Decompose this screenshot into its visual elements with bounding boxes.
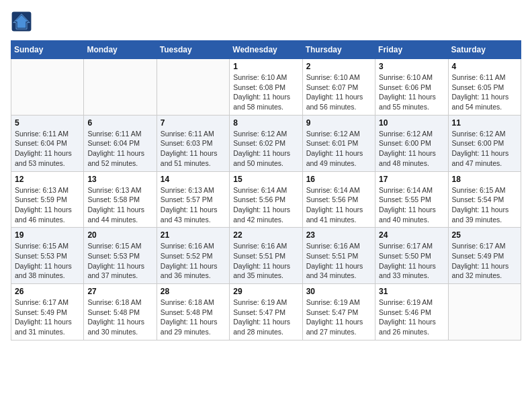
weekday-friday: Friday	[375, 41, 448, 59]
calendar-cell	[448, 284, 521, 340]
calendar-cell: 9Sunrise: 6:12 AM Sunset: 6:01 PM Daylig…	[302, 115, 375, 171]
day-info: Sunrise: 6:15 AM Sunset: 5:54 PM Dayligh…	[452, 185, 517, 225]
calendar-week-3: 12Sunrise: 6:13 AM Sunset: 5:59 PM Dayli…	[11, 171, 521, 228]
day-info: Sunrise: 6:14 AM Sunset: 5:56 PM Dayligh…	[233, 185, 298, 225]
calendar-cell: 1Sunrise: 6:10 AM Sunset: 6:08 PM Daylig…	[230, 59, 302, 116]
day-info: Sunrise: 6:14 AM Sunset: 5:56 PM Dayligh…	[306, 185, 371, 225]
logo	[11, 11, 35, 32]
day-number: 5	[15, 118, 80, 128]
calendar-week-2: 5Sunrise: 6:11 AM Sunset: 6:04 PM Daylig…	[11, 115, 521, 171]
calendar-header: SundayMondayTuesdayWednesdayThursdayFrid…	[11, 41, 521, 59]
calendar-cell: 21Sunrise: 6:16 AM Sunset: 5:52 PM Dayli…	[157, 228, 229, 284]
day-info: Sunrise: 6:16 AM Sunset: 5:51 PM Dayligh…	[306, 241, 371, 281]
day-info: Sunrise: 6:16 AM Sunset: 5:51 PM Dayligh…	[233, 241, 298, 281]
weekday-thursday: Thursday	[302, 41, 375, 59]
day-info: Sunrise: 6:10 AM Sunset: 6:06 PM Dayligh…	[379, 73, 444, 112]
calendar-cell: 6Sunrise: 6:11 AM Sunset: 6:04 PM Daylig…	[84, 115, 157, 171]
calendar-cell: 23Sunrise: 6:16 AM Sunset: 5:51 PM Dayli…	[302, 228, 375, 284]
day-info: Sunrise: 6:10 AM Sunset: 6:07 PM Dayligh…	[306, 73, 371, 112]
calendar-cell: 20Sunrise: 6:15 AM Sunset: 5:53 PM Dayli…	[84, 228, 157, 284]
calendar-cell: 11Sunrise: 6:12 AM Sunset: 6:00 PM Dayli…	[448, 115, 521, 171]
calendar-week-1: 1Sunrise: 6:10 AM Sunset: 6:08 PM Daylig…	[11, 59, 521, 116]
day-info: Sunrise: 6:18 AM Sunset: 5:48 PM Dayligh…	[161, 298, 226, 337]
calendar-cell: 14Sunrise: 6:13 AM Sunset: 5:57 PM Dayli…	[157, 171, 229, 228]
day-number: 13	[87, 175, 152, 184]
day-number: 10	[379, 118, 444, 128]
day-info: Sunrise: 6:11 AM Sunset: 6:05 PM Dayligh…	[452, 73, 517, 112]
calendar-cell: 19Sunrise: 6:15 AM Sunset: 5:53 PM Dayli…	[11, 228, 84, 284]
calendar-cell: 25Sunrise: 6:17 AM Sunset: 5:49 PM Dayli…	[448, 228, 521, 284]
day-number: 4	[452, 62, 517, 71]
day-number: 15	[233, 175, 298, 184]
calendar-week-5: 26Sunrise: 6:17 AM Sunset: 5:49 PM Dayli…	[11, 284, 521, 340]
day-number: 28	[161, 287, 226, 296]
calendar-cell: 3Sunrise: 6:10 AM Sunset: 6:06 PM Daylig…	[375, 59, 448, 116]
calendar-cell: 31Sunrise: 6:19 AM Sunset: 5:46 PM Dayli…	[375, 284, 448, 340]
day-info: Sunrise: 6:13 AM Sunset: 5:57 PM Dayligh…	[161, 185, 226, 225]
calendar-cell: 8Sunrise: 6:12 AM Sunset: 6:02 PM Daylig…	[230, 115, 302, 171]
day-number: 6	[87, 118, 152, 128]
calendar-cell: 16Sunrise: 6:14 AM Sunset: 5:56 PM Dayli…	[302, 171, 375, 228]
calendar-cell: 22Sunrise: 6:16 AM Sunset: 5:51 PM Dayli…	[230, 228, 302, 284]
day-number: 2	[306, 62, 371, 71]
day-info: Sunrise: 6:19 AM Sunset: 5:47 PM Dayligh…	[233, 298, 298, 337]
day-number: 3	[379, 62, 444, 71]
day-number: 19	[15, 230, 80, 240]
day-info: Sunrise: 6:13 AM Sunset: 5:58 PM Dayligh…	[87, 185, 152, 225]
day-info: Sunrise: 6:11 AM Sunset: 6:03 PM Dayligh…	[161, 129, 226, 169]
calendar-cell: 7Sunrise: 6:11 AM Sunset: 6:03 PM Daylig…	[157, 115, 229, 171]
day-info: Sunrise: 6:13 AM Sunset: 5:59 PM Dayligh…	[15, 185, 80, 225]
day-info: Sunrise: 6:12 AM Sunset: 6:02 PM Dayligh…	[233, 129, 298, 169]
calendar-cell: 28Sunrise: 6:18 AM Sunset: 5:48 PM Dayli…	[157, 284, 229, 340]
day-number: 14	[161, 175, 226, 184]
header	[11, 11, 521, 32]
calendar-body: 1Sunrise: 6:10 AM Sunset: 6:08 PM Daylig…	[11, 59, 521, 340]
calendar-cell: 2Sunrise: 6:10 AM Sunset: 6:07 PM Daylig…	[302, 59, 375, 116]
day-info: Sunrise: 6:16 AM Sunset: 5:52 PM Dayligh…	[161, 241, 226, 281]
calendar-cell: 24Sunrise: 6:17 AM Sunset: 5:50 PM Dayli…	[375, 228, 448, 284]
day-number: 17	[379, 175, 444, 184]
day-number: 8	[233, 118, 298, 128]
day-number: 26	[15, 287, 80, 296]
weekday-tuesday: Tuesday	[157, 41, 229, 59]
day-number: 21	[161, 230, 226, 240]
calendar-cell: 27Sunrise: 6:18 AM Sunset: 5:48 PM Dayli…	[84, 284, 157, 340]
calendar-cell: 15Sunrise: 6:14 AM Sunset: 5:56 PM Dayli…	[230, 171, 302, 228]
weekday-wednesday: Wednesday	[230, 41, 302, 59]
day-info: Sunrise: 6:17 AM Sunset: 5:50 PM Dayligh…	[379, 241, 444, 281]
calendar-week-4: 19Sunrise: 6:15 AM Sunset: 5:53 PM Dayli…	[11, 228, 521, 284]
day-info: Sunrise: 6:12 AM Sunset: 6:00 PM Dayligh…	[452, 129, 517, 169]
weekday-saturday: Saturday	[448, 41, 521, 59]
day-number: 25	[452, 230, 517, 240]
weekday-sunday: Sunday	[11, 41, 84, 59]
day-number: 31	[379, 287, 444, 296]
day-info: Sunrise: 6:18 AM Sunset: 5:48 PM Dayligh…	[87, 298, 152, 337]
calendar-cell	[11, 59, 84, 116]
day-info: Sunrise: 6:15 AM Sunset: 5:53 PM Dayligh…	[15, 241, 80, 281]
day-number: 22	[233, 230, 298, 240]
day-number: 29	[233, 287, 298, 296]
day-number: 30	[306, 287, 371, 296]
day-number: 11	[452, 118, 517, 128]
day-info: Sunrise: 6:19 AM Sunset: 5:47 PM Dayligh…	[306, 298, 371, 337]
calendar-cell: 26Sunrise: 6:17 AM Sunset: 5:49 PM Dayli…	[11, 284, 84, 340]
day-number: 9	[306, 118, 371, 128]
day-number: 27	[87, 287, 152, 296]
day-info: Sunrise: 6:17 AM Sunset: 5:49 PM Dayligh…	[15, 298, 80, 337]
calendar-cell: 12Sunrise: 6:13 AM Sunset: 5:59 PM Dayli…	[11, 171, 84, 228]
calendar-cell: 30Sunrise: 6:19 AM Sunset: 5:47 PM Dayli…	[302, 284, 375, 340]
day-info: Sunrise: 6:11 AM Sunset: 6:04 PM Dayligh…	[15, 129, 80, 169]
calendar: SundayMondayTuesdayWednesdayThursdayFrid…	[11, 40, 521, 340]
calendar-cell	[157, 59, 229, 116]
calendar-cell: 13Sunrise: 6:13 AM Sunset: 5:58 PM Dayli…	[84, 171, 157, 228]
day-number: 7	[161, 118, 226, 128]
calendar-cell	[84, 59, 157, 116]
day-number: 24	[379, 230, 444, 240]
day-number: 12	[15, 175, 80, 184]
weekday-header-row: SundayMondayTuesdayWednesdayThursdayFrid…	[11, 41, 521, 59]
calendar-cell: 29Sunrise: 6:19 AM Sunset: 5:47 PM Dayli…	[230, 284, 302, 340]
day-number: 23	[306, 230, 371, 240]
day-info: Sunrise: 6:19 AM Sunset: 5:46 PM Dayligh…	[379, 298, 444, 337]
calendar-cell: 4Sunrise: 6:11 AM Sunset: 6:05 PM Daylig…	[448, 59, 521, 116]
day-number: 20	[87, 230, 152, 240]
